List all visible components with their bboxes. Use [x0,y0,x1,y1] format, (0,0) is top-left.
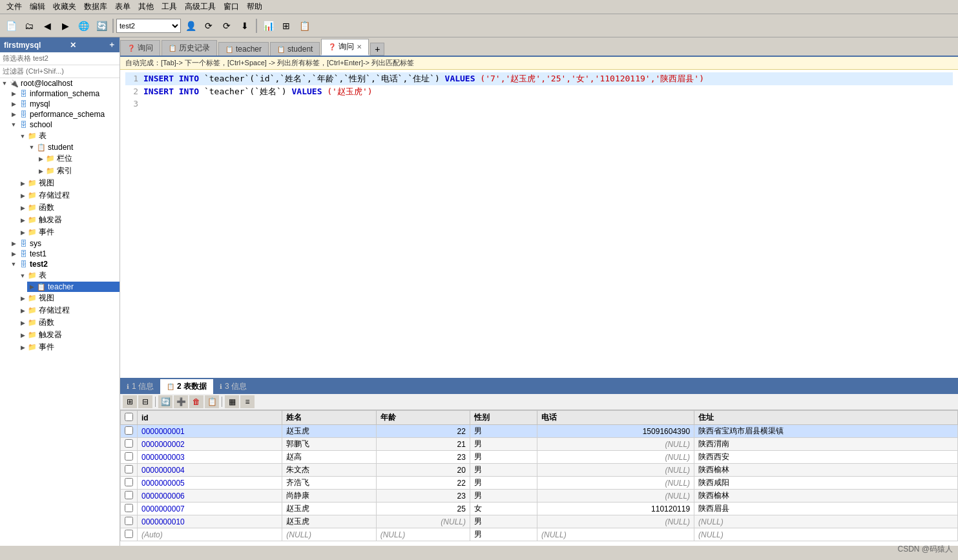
result-refresh-btn[interactable]: 🔄 [158,395,172,408]
menu-table[interactable]: 表单 [111,0,134,14]
grid-btn[interactable]: ⊞ [278,17,295,34]
tab-student[interactable]: 📋 student [270,42,320,56]
sql-btn[interactable]: 📋 [296,17,313,34]
result-grid-btn[interactable]: ⊞ [123,395,137,408]
tree-performance-schema[interactable]: ▶ 🗄 performance_schema [9,109,120,119]
menu-favorites[interactable]: 收藏夹 [49,0,80,14]
tree-toggle-student[interactable]: ▼ [27,144,36,150]
tree-school-functions[interactable]: ▶ 📁 函数 [18,202,120,214]
col-phone-header[interactable]: 电话 [537,411,694,425]
row-checkbox-4[interactable] [121,477,138,490]
tree-toggle-teacher[interactable]: ▶ [27,284,36,290]
tree-sys[interactable]: ▶ 🗄 sys [9,238,120,249]
tree-test2-functions[interactable]: ▶ 📁 函数 [18,316,120,329]
result-add-btn[interactable]: ➕ [174,395,188,408]
result-copy-btn[interactable]: 📋 [205,395,219,408]
col-age-header[interactable]: 年龄 [376,411,470,425]
row-checkbox-6[interactable] [121,503,138,515]
menu-edit[interactable]: 编辑 [26,0,49,14]
tab-teacher[interactable]: 📋 teacher [218,42,269,56]
tree-test1[interactable]: ▶ 🗄 test1 [9,249,120,259]
forward-btn[interactable]: ▶ [57,17,74,34]
menu-database[interactable]: 数据库 [80,0,111,14]
tree-toggle-test2-views[interactable]: ▶ [18,295,27,302]
tree-toggle-test2-func[interactable]: ▶ [18,320,27,326]
tree-toggle-test2-trig[interactable]: ▶ [18,332,27,338]
tree-student-indexes[interactable]: ▶ 📁 索引 [36,165,120,177]
open-btn[interactable]: 🗂 [21,17,37,34]
tree-school-views[interactable]: ▶ 📁 视图 [18,177,120,189]
download-btn[interactable]: ⬇ [236,17,253,34]
tree-test2-tables[interactable]: ▼ 📁 表 [18,269,120,282]
tree-school-events[interactable]: ▶ 📁 事件 [18,226,120,238]
tree-toggle-student-col[interactable]: ▶ [36,156,45,162]
menu-help[interactable]: 帮助 [243,0,266,14]
menu-file[interactable]: 文件 [3,0,26,14]
tree-toggle-school-evt[interactable]: ▶ [18,229,27,236]
new-btn[interactable]: 📄 [3,17,19,34]
back-btn[interactable]: ◀ [39,17,56,34]
tab-query1[interactable]: ❓ 询问 [120,40,160,56]
sql-editor[interactable]: 1 INSERT INTO `teacher`(`id`,`姓名`,`年龄`,`… [120,70,958,378]
tree-toggle-mysql[interactable]: ▶ [9,101,18,107]
tree-student-columns[interactable]: ▶ 📁 栏位 [36,152,120,165]
tree-toggle-school-func[interactable]: ▶ [18,205,27,211]
result-list-btn[interactable]: ≡ [240,395,255,408]
menu-advanced[interactable]: 高级工具 [181,0,220,14]
tree-school-tables[interactable]: ▼ 📁 表 [18,130,120,142]
col-gender-header[interactable]: 性别 [470,411,537,425]
tree-toggle-test2[interactable]: ▼ [9,261,18,267]
home-btn[interactable]: 🌐 [75,17,92,34]
menu-other[interactable]: 其他 [134,0,158,14]
tree-school[interactable]: ▼ 🗄 school [9,119,120,130]
row-checkbox-3[interactable] [121,464,138,477]
tree-toggle-test2-proc[interactable]: ▶ [18,307,27,314]
tree-toggle-student-idx[interactable]: ▶ [36,168,45,174]
col-id-header[interactable]: id [138,411,282,425]
tree-toggle-school-trig[interactable]: ▶ [18,217,27,223]
tree-toggle-is[interactable]: ▶ [9,90,18,97]
row-checkbox-5[interactable] [121,490,138,503]
tree-toggle-school-proc[interactable]: ▶ [18,192,27,199]
bottom-tab-info1[interactable]: ℹ 1 信息 [120,379,160,394]
tree-test2[interactable]: ▼ 🗄 test2 [9,259,120,269]
bottom-tab-info3[interactable]: ℹ 3 信息 [213,379,253,394]
result-delete-btn[interactable]: 🗑 [189,395,203,408]
row-checkbox-7[interactable] [121,515,138,528]
tree-test2-procedures[interactable]: ▶ 📁 存储过程 [18,304,120,316]
col-addr-header[interactable]: 住址 [694,411,958,425]
tree-toggle-school[interactable]: ▼ [9,121,18,128]
tree-toggle-ps[interactable]: ▶ [9,111,18,118]
tree-student[interactable]: ▼ 📋 student [27,142,120,152]
user-btn[interactable]: 👤 [182,17,199,34]
result-grid2-btn[interactable]: ⊟ [138,395,152,408]
table-btn[interactable]: 📊 [260,17,276,34]
tree-toggle-school-tables[interactable]: ▼ [18,133,27,140]
tab-close-icon[interactable]: ✕ [357,43,362,50]
sidebar-close[interactable]: ✕ [70,41,76,50]
sync2-btn[interactable]: ⟳ [218,17,235,34]
tab-history[interactable]: 📋 历史记录 [161,40,217,56]
tree-mysql[interactable]: ▶ 🗄 mysql [9,99,120,109]
bottom-tab-tabledata[interactable]: 📋 2 表数据 [160,379,213,394]
tree-test2-views[interactable]: ▶ 📁 视图 [18,292,120,304]
tree-toggle-test1[interactable]: ▶ [9,251,18,257]
tab-add-button[interactable]: + [370,43,384,56]
refresh-btn[interactable]: 🔄 [93,17,110,34]
tree-toggle-root[interactable]: ▼ [0,80,9,87]
row-checkbox-2[interactable] [121,451,138,464]
menu-window[interactable]: 窗口 [220,0,243,14]
tree-toggle-test2-tables[interactable]: ▼ [18,273,27,279]
tree-toggle-school-views[interactable]: ▶ [18,180,27,187]
db-selector[interactable]: test2 [116,19,181,33]
row-checkbox-0[interactable] [121,425,138,438]
tree-root[interactable]: ▼ 🔌 root@localhost [0,78,120,88]
select-all-checkbox[interactable] [125,413,133,421]
row-checkbox-1[interactable] [121,438,138,451]
tree-school-triggers[interactable]: ▶ 📁 触发器 [18,214,120,226]
tree-toggle-sys[interactable]: ▶ [9,240,18,247]
sidebar-add[interactable]: ＋ [108,39,116,50]
tree-toggle-test2-evt[interactable]: ▶ [18,344,27,351]
tree-teacher[interactable]: ▶ 📋 teacher [27,282,120,292]
col-name-header[interactable]: 姓名 [282,411,376,425]
